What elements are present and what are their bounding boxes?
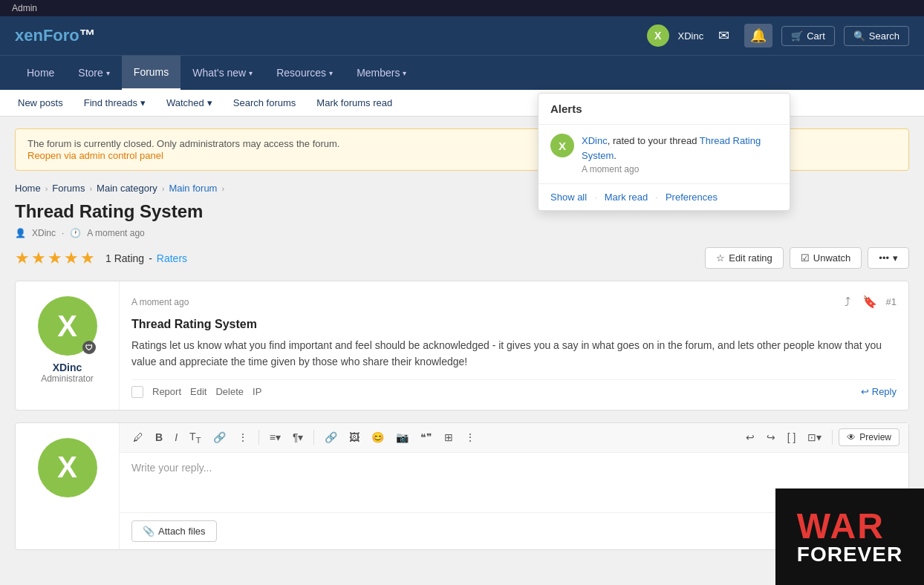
toolbar-media-icon[interactable]: 📷 [391,428,413,446]
subnav-find-threads[interactable]: Find threads ▾ [81,90,149,116]
rating-left: ★ ★ ★ ★ ★ 1 Rating - Raters [15,249,187,268]
attach-files-button[interactable]: 📎 Attach files [131,520,217,542]
watermark: WAR FOREVER [775,488,924,574]
breadcrumb-home[interactable]: Home [15,183,41,194]
alerts-show-all-link[interactable]: Show all [550,192,587,203]
toolbar-quote-icon[interactable]: ❝❞ [416,428,437,446]
post-footer: Report Edit Delete IP ↩ Reply [131,379,897,398]
toolbar-more-icon[interactable]: ⋮ [233,428,253,446]
alert-avatar[interactable]: X [550,134,574,157]
watermark-forever: FOREVER [797,544,902,565]
unwatch-button[interactable]: ☑ Unwatch [790,247,862,269]
preview-button[interactable]: 👁 Preview [839,428,899,446]
cart-icon: 🛒 [791,30,803,42]
breadcrumb-sep-4: › [221,184,224,193]
select-checkbox[interactable] [131,386,143,398]
toolbar-hyperlink-icon[interactable]: 🔗 [320,428,342,446]
alerts-preferences-link[interactable]: Preferences [666,192,718,203]
alerts-mark-read-link[interactable]: Mark read [605,192,648,203]
share-icon[interactable]: ⤴ [842,294,853,310]
subnav-watched[interactable]: Watched ▾ [163,90,215,116]
star-5: ★ [80,249,95,268]
nav-item-members[interactable]: Members ▾ [345,56,418,89]
rating-row: ★ ★ ★ ★ ★ 1 Rating - Raters ☆ Edit ratin… [15,247,909,269]
alert-text: XDinc, rated to your thread Thread Ratin… [582,134,778,163]
check-icon: ☑ [801,252,810,264]
mail-icon[interactable]: ✉ [712,24,735,48]
breadcrumb-forums[interactable]: Forums [52,183,85,194]
toolbar-paragraph-icon[interactable]: ¶▾ [288,428,308,446]
toolbar-fontsize-icon[interactable]: TT [185,428,206,448]
subnav-new-posts[interactable]: New posts [15,90,66,116]
thread-meta: 👤 XDinc · 🕐 A moment ago [15,228,909,238]
alert-username[interactable]: XDinc [582,135,608,146]
delete-link[interactable]: Delete [215,386,244,397]
nav-item-whats-new[interactable]: What's new ▾ [180,56,264,89]
breadcrumb-sep-1: › [45,184,48,193]
breadcrumb-main-category[interactable]: Main category [97,183,157,194]
post-card: X 🛡 XDinc Administrator A moment ago ⤴ 🔖… [15,281,909,411]
alerts-sep-2: · [655,192,658,203]
toolbar-extra-icon[interactable]: ⋮ [461,428,480,446]
ellipsis-icon: ••• [879,252,889,264]
alert-item: X XDinc, rated to your thread Thread Rat… [539,125,790,183]
header-username[interactable]: XDinc [678,30,704,42]
nav-whatsnew-arrow-icon: ▾ [249,69,253,77]
toolbar-emoji-icon[interactable]: 😊 [367,428,388,446]
post-footer-left: Report Edit Delete IP [131,386,261,398]
nav-item-forums[interactable]: Forums [122,56,180,90]
thread-author[interactable]: XDinc [32,228,56,238]
nav-store-arrow-icon: ▾ [106,69,110,77]
raters-link[interactable]: Raters [157,252,187,264]
search-button[interactable]: 🔍 Search [844,26,909,46]
subnav-mark-forums-read[interactable]: Mark forums read [313,90,395,116]
rating-count: 1 Rating [105,252,144,264]
alerts-header: Alerts [539,94,790,125]
toolbar-sep-1 [258,430,259,445]
alert-body: XDinc, rated to your thread Thread Ratin… [582,134,778,174]
subnav-find-threads-arrow-icon: ▾ [140,97,146,108]
nav-item-resources[interactable]: Resources ▾ [264,56,345,89]
site-logo[interactable]: xenForo™ [15,26,96,45]
nav-item-store[interactable]: Store ▾ [66,56,121,89]
avatar[interactable]: X [647,24,669,47]
preview-icon: 👁 [847,432,856,442]
toolbar-format-icon[interactable]: 🖊 [128,428,148,446]
search-icon: 🔍 [853,30,865,42]
reply-button[interactable]: ↩ Reply [861,386,897,397]
edit-rating-button[interactable]: ☆ Edit rating [705,247,784,269]
cart-button[interactable]: 🛒 Cart [781,26,835,46]
subnav-search-forums[interactable]: Search forums [230,90,299,116]
reply-sidebar: X [16,423,120,549]
nav-item-home[interactable]: Home [15,56,66,89]
ip-link[interactable]: IP [253,386,261,397]
toolbar-image-icon[interactable]: 🖼 [345,428,364,446]
post-username[interactable]: XDinc [27,362,107,373]
admin-label: Admin [12,3,37,13]
star-icon: ☆ [716,252,725,264]
report-link[interactable]: Report [152,386,181,397]
toolbar-bold-icon[interactable]: B [151,428,167,446]
toolbar-expand-icon[interactable]: ⊡▾ [803,428,826,446]
more-options-button[interactable]: ••• ▾ [868,247,909,269]
toolbar-align-icon[interactable]: ≡▾ [265,428,285,446]
toolbar-redo-icon[interactable]: ↪ [762,428,780,446]
badge-icon: 🛡 [82,341,96,354]
alert-link[interactable]: Reopen via admin control panel [27,150,163,161]
toolbar-undo-icon[interactable]: ↩ [741,428,759,446]
subnav-watched-label: Watched [166,97,204,108]
breadcrumb-sep-3: › [162,184,165,193]
bookmark-icon[interactable]: 🔖 [859,293,880,310]
alerts-bell-icon[interactable]: 🔔 [744,24,772,48]
toolbar-italic-icon[interactable]: I [170,428,182,446]
reply-label: Reply [872,386,897,397]
post-content: A moment ago ⤴ 🔖 #1 Thread Rating System… [120,281,908,410]
site-header: xenForo™ X XDinc ✉ 🔔 🛒 Cart 🔍 Search [0,16,924,55]
watermark-text: WAR FOREVER [797,509,902,565]
toolbar-table-icon[interactable]: ⊞ [440,428,458,446]
nav-whatsnew-label: What's new [192,67,246,79]
preview-label: Preview [859,432,891,442]
toolbar-code-icon[interactable]: [ ] [783,428,801,446]
edit-link[interactable]: Edit [190,386,206,397]
toolbar-link-icon[interactable]: 🔗 [209,428,230,446]
